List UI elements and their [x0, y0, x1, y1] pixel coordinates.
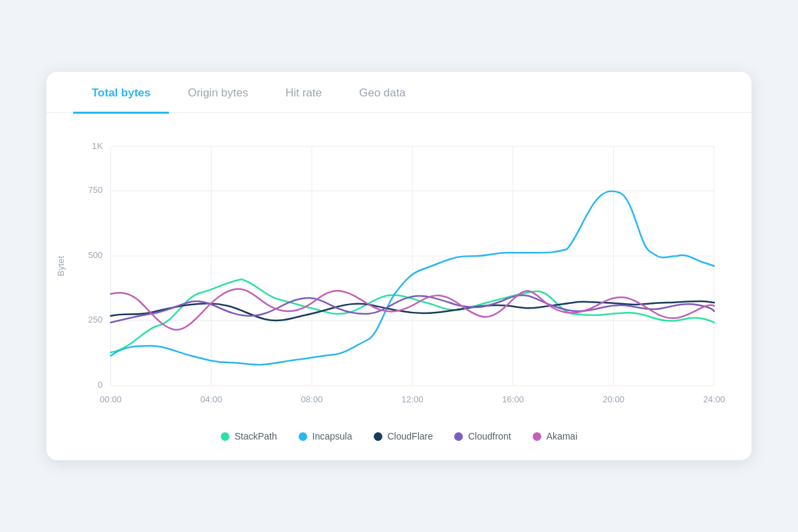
legend-dot-cloudflare: [374, 432, 382, 441]
svg-text:00:00: 00:00: [100, 394, 122, 404]
legend-label-incapsula: Incapsula: [313, 431, 352, 442]
legend-label-akamai: Akamai: [547, 431, 578, 442]
svg-text:24:00: 24:00: [703, 394, 725, 404]
svg-text:500: 500: [88, 250, 103, 260]
line-chart: .grid-line { stroke: #e8ecf0; stroke-wid…: [70, 126, 728, 412]
svg-text:750: 750: [88, 185, 103, 195]
svg-text:04:00: 04:00: [200, 394, 222, 404]
legend-item-akamai: Akamai: [533, 431, 578, 442]
y-axis-label: Bytet: [56, 256, 66, 277]
svg-text:0: 0: [98, 380, 102, 390]
svg-text:08:00: 08:00: [301, 394, 323, 404]
legend-item-stackpath: StackPath: [221, 431, 277, 442]
legend-label-stackpath: StackPath: [235, 431, 277, 442]
legend-label-cloudfront: Cloudfront: [468, 431, 511, 442]
svg-text:12:00: 12:00: [402, 394, 424, 404]
tab-origin-bytes[interactable]: Origin bytes: [169, 72, 267, 114]
legend-dot-incapsula: [299, 432, 307, 441]
chart-legend: StackPath Incapsula CloudFlare Cloudfron…: [47, 431, 751, 442]
tab-geo-data[interactable]: Geo data: [340, 72, 424, 114]
svg-text:16:00: 16:00: [502, 394, 524, 404]
legend-dot-stackpath: [221, 432, 229, 441]
legend-dot-akamai: [533, 432, 541, 441]
svg-text:250: 250: [88, 315, 103, 325]
tab-hit-rate[interactable]: Hit rate: [267, 72, 340, 114]
legend-dot-cloudfront: [454, 432, 463, 441]
tab-total-bytes[interactable]: Total bytes: [73, 72, 169, 114]
legend-item-cloudfront: Cloudfront: [454, 431, 511, 442]
card: Total bytes Origin bytes Hit rate Geo da…: [47, 72, 751, 461]
chart-area: Bytet .grid-line { stroke: #e8ecf0; stro…: [47, 113, 751, 419]
tabs-bar: Total bytes Origin bytes Hit rate Geo da…: [47, 72, 751, 114]
legend-item-incapsula: Incapsula: [299, 431, 352, 442]
legend-label-cloudflare: CloudFlare: [388, 431, 433, 442]
legend-item-cloudflare: CloudFlare: [374, 431, 433, 442]
svg-text:1K: 1K: [92, 141, 102, 151]
svg-text:20:00: 20:00: [602, 394, 624, 404]
